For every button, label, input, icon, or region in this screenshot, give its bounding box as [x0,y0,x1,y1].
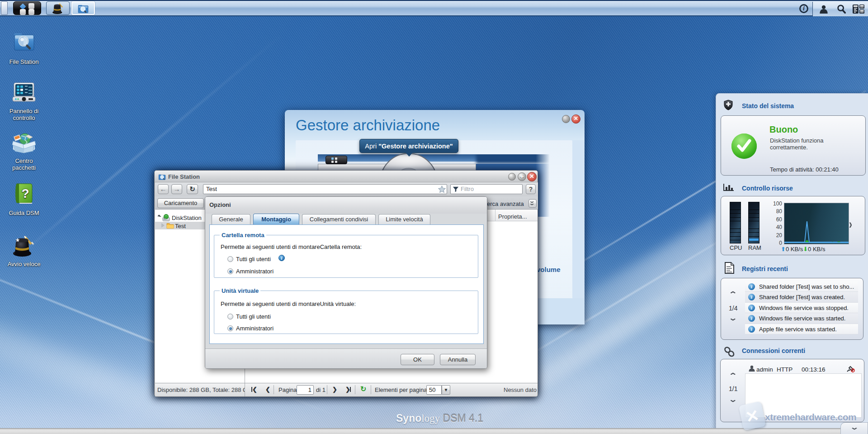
svg-text:?: ? [21,186,29,200]
